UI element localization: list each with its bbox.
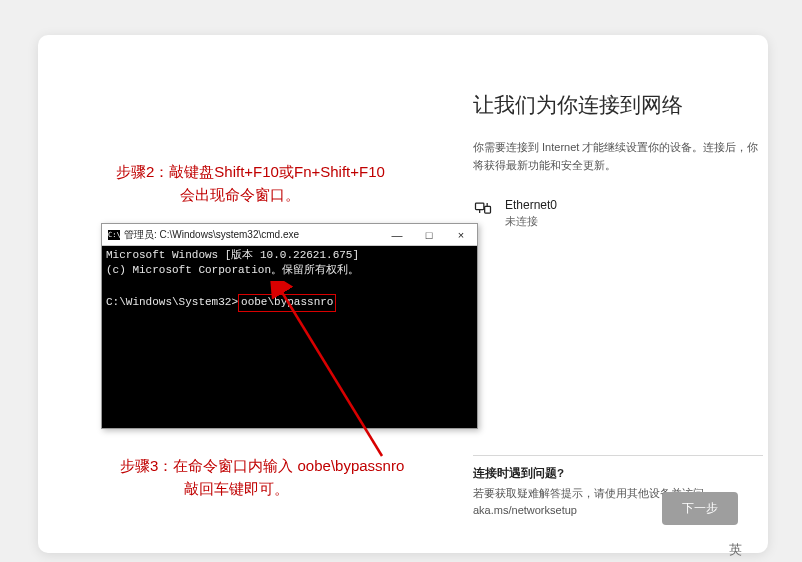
next-button[interactable]: 下一步 bbox=[662, 492, 738, 525]
ethernet-icon bbox=[473, 198, 493, 222]
ime-indicator[interactable]: 英 bbox=[729, 541, 742, 559]
cmd-line1: Microsoft Windows [版本 10.0.22621.675] bbox=[106, 249, 359, 261]
cmd-body[interactable]: Microsoft Windows [版本 10.0.22621.675] (c… bbox=[102, 246, 477, 428]
annotation-step3-line2: 敲回车键即可。 bbox=[184, 478, 404, 501]
cmd-command-highlight: oobe\bypassnro bbox=[238, 294, 336, 311]
subtext-description: 你需要连接到 Internet 才能继续设置你的设备。连接后，你将获得最新功能和… bbox=[473, 139, 763, 174]
annotation-step2-line2: 会出现命令窗口。 bbox=[180, 183, 385, 206]
heading-connect-network: 让我们为你连接到网络 bbox=[473, 91, 763, 119]
minimize-button[interactable]: — bbox=[381, 224, 413, 246]
cmd-line2: (c) Microsoft Corporation。保留所有权利。 bbox=[106, 264, 359, 276]
cmd-title: 管理员: C:\Windows\system32\cmd.exe bbox=[124, 228, 381, 242]
cmd-titlebar[interactable]: C:\ 管理员: C:\Windows\system32\cmd.exe — □… bbox=[102, 224, 477, 246]
network-item[interactable]: Ethernet0 未连接 bbox=[473, 198, 763, 229]
network-name: Ethernet0 bbox=[505, 198, 557, 212]
troubleshoot-title: 连接时遇到问题? bbox=[473, 466, 763, 481]
close-button[interactable]: × bbox=[445, 224, 477, 246]
maximize-button[interactable]: □ bbox=[413, 224, 445, 246]
svg-rect-1 bbox=[485, 207, 491, 214]
annotation-step2: 步骤2：敲键盘Shift+F10或Fn+Shift+F10 会出现命令窗口。 bbox=[116, 160, 385, 207]
annotation-step3-line1: 步骤3：在命令窗口内输入 oobe\bypassnro bbox=[120, 455, 404, 478]
svg-rect-0 bbox=[476, 203, 484, 210]
network-info: Ethernet0 未连接 bbox=[505, 198, 557, 229]
cmd-prompt: C:\Windows\System32> bbox=[106, 296, 238, 308]
annotation-step3: 步骤3：在命令窗口内输入 oobe\bypassnro 敲回车键即可。 bbox=[120, 455, 404, 500]
window-controls: — □ × bbox=[381, 224, 477, 246]
cmd-icon: C:\ bbox=[108, 230, 120, 240]
network-status: 未连接 bbox=[505, 214, 557, 229]
right-panel: 让我们为你连接到网络 你需要连接到 Internet 才能继续设置你的设备。连接… bbox=[473, 91, 763, 229]
annotation-step2-line1: 步骤2：敲键盘Shift+F10或Fn+Shift+F10 bbox=[116, 160, 385, 183]
cmd-window: C:\ 管理员: C:\Windows\system32\cmd.exe — □… bbox=[101, 223, 478, 429]
oobe-setup-card: 让我们为你连接到网络 你需要连接到 Internet 才能继续设置你的设备。连接… bbox=[38, 35, 768, 553]
